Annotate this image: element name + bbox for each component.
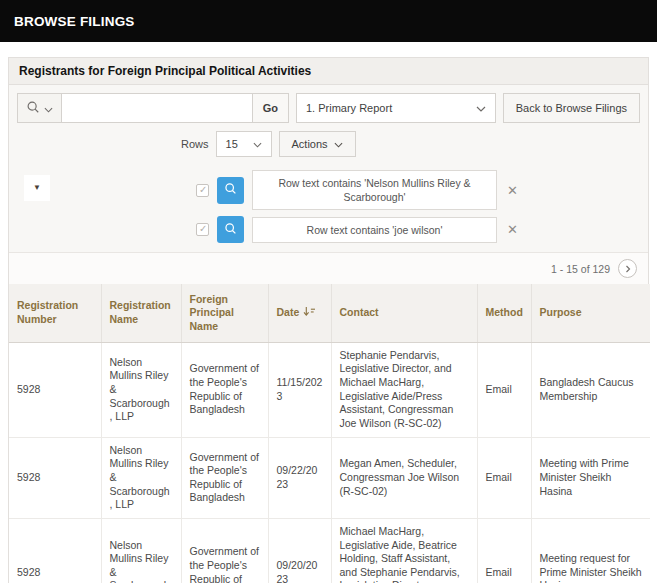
cell-foreign-principal-name: Government of the People's Republic of B… xyxy=(181,342,268,437)
cell-date: 09/20/2023 xyxy=(268,518,331,583)
search-group: Go xyxy=(17,93,289,123)
report-table: Registration Number Registration Name Fo… xyxy=(9,284,650,583)
column-header-foreign-principal-name[interactable]: Foreign Principal Name xyxy=(181,284,268,342)
filter-row: Row text contains 'joe wilson' ✕ xyxy=(196,216,520,243)
report-panel: Registrants for Foreign Principal Politi… xyxy=(8,57,649,583)
browse-filings-page: BROWSE FILINGS Registrants for Foreign P… xyxy=(0,0,657,583)
sort-descending-icon xyxy=(303,307,316,319)
actions-button[interactable]: Actions xyxy=(279,131,356,157)
close-icon: ✕ xyxy=(507,222,518,237)
rows-select-value: 15 xyxy=(226,138,238,150)
cell-registration-number: 5928 xyxy=(9,518,101,583)
go-button[interactable]: Go xyxy=(252,94,288,122)
chevron-down-icon xyxy=(476,102,486,114)
search-icon xyxy=(224,182,237,198)
cell-purpose: Meeting with Prime Minister Sheikh Hasin… xyxy=(531,437,650,518)
cell-date: 09/22/2023 xyxy=(268,437,331,518)
rows-toolbar: Rows 15 Actions xyxy=(9,131,648,165)
panel-header: Registrants for Foreign Principal Politi… xyxy=(9,58,648,85)
column-header-contact[interactable]: Contact xyxy=(331,284,477,342)
column-header-purpose[interactable]: Purpose xyxy=(531,284,650,342)
close-icon: ✕ xyxy=(507,183,518,198)
search-icon xyxy=(224,222,237,238)
chevron-right-icon xyxy=(624,261,632,276)
filter-row: Row text contains 'Nelson Mullins Riley … xyxy=(196,170,520,210)
pagination-range: 1 - 15 of 129 xyxy=(551,263,610,275)
filter-search-button[interactable] xyxy=(217,216,244,243)
cell-registration-name: Nelson Mullins Riley & Scarborough, LLP xyxy=(101,342,181,437)
cell-method: Email xyxy=(477,518,531,583)
search-input[interactable] xyxy=(62,94,252,122)
cell-purpose: Bangladesh Caucus Membership xyxy=(531,342,650,437)
filter-expand-button[interactable]: ▼ xyxy=(24,175,50,201)
filter-list: Row text contains 'Nelson Mullins Riley … xyxy=(196,170,520,243)
column-header-date[interactable]: Date xyxy=(268,284,331,342)
pagination-bar: 1 - 15 of 129 xyxy=(9,252,648,284)
cell-registration-number: 5928 xyxy=(9,342,101,437)
cell-contact: Stephanie Pendarvis, Legislative Directo… xyxy=(331,342,477,437)
column-header-registration-name[interactable]: Registration Name xyxy=(101,284,181,342)
remove-filter-button[interactable]: ✕ xyxy=(505,183,520,198)
search-icon xyxy=(26,100,40,117)
table-row: 5928 Nelson Mullins Riley & Scarborough,… xyxy=(9,437,650,518)
cell-contact: Michael MacHarg, Legislative Aide, Beatr… xyxy=(331,518,477,583)
cell-purpose: Meeting request for Prime Minister Sheik… xyxy=(531,518,650,583)
search-column-selector-button[interactable] xyxy=(18,94,62,122)
page-title: BROWSE FILINGS xyxy=(14,14,135,29)
cell-foreign-principal-name: Government of the People's Republic of B… xyxy=(181,437,268,518)
rows-label: Rows xyxy=(181,138,209,150)
rows-per-page-select[interactable]: 15 xyxy=(216,131,272,157)
search-toolbar: Go 1. Primary Report Back to Browse Fili… xyxy=(9,85,648,131)
cell-foreign-principal-name: Government of the People's Republic of B… xyxy=(181,518,268,583)
cell-method: Email xyxy=(477,437,531,518)
cell-contact: Megan Amen, Scheduler, Congressman Joe W… xyxy=(331,437,477,518)
chevron-down-icon xyxy=(44,101,53,116)
back-button-label: Back to Browse Filings xyxy=(516,102,627,114)
column-header-registration-number[interactable]: Registration Number xyxy=(9,284,101,342)
chevron-down-icon xyxy=(253,138,262,150)
top-bar: BROWSE FILINGS xyxy=(0,0,657,42)
cell-registration-name: Nelson Mullins Riley & Scarborough, LLP xyxy=(101,437,181,518)
report-select-value: 1. Primary Report xyxy=(306,102,392,114)
column-header-method[interactable]: Method xyxy=(477,284,531,342)
filter-area: ▼ Row text contains 'Nelson Mullins Rile… xyxy=(9,165,648,252)
report-select[interactable]: 1. Primary Report xyxy=(296,93,496,123)
cell-registration-number: 5928 xyxy=(9,437,101,518)
back-to-browse-filings-button[interactable]: Back to Browse Filings xyxy=(503,93,640,123)
cell-registration-name: Nelson Mullins Riley & Scarborough, LLP xyxy=(101,518,181,583)
filter-checkbox[interactable] xyxy=(196,223,209,236)
triangle-down-icon: ▼ xyxy=(33,184,41,192)
cell-date: 11/15/2023 xyxy=(268,342,331,437)
table-header-row: Registration Number Registration Name Fo… xyxy=(9,284,650,342)
cell-method: Email xyxy=(477,342,531,437)
panel-title: Registrants for Foreign Principal Politi… xyxy=(19,64,311,78)
actions-button-label: Actions xyxy=(292,138,328,150)
next-page-button[interactable] xyxy=(618,259,637,278)
chevron-down-icon xyxy=(334,138,343,150)
filter-condition[interactable]: Row text contains 'Nelson Mullins Riley … xyxy=(252,170,497,210)
filter-search-button[interactable] xyxy=(217,177,244,204)
filter-checkbox[interactable] xyxy=(196,184,209,197)
table-row: 5928 Nelson Mullins Riley & Scarborough,… xyxy=(9,342,650,437)
table-row: 5928 Nelson Mullins Riley & Scarborough,… xyxy=(9,518,650,583)
filter-condition[interactable]: Row text contains 'joe wilson' xyxy=(252,217,497,243)
remove-filter-button[interactable]: ✕ xyxy=(505,222,520,237)
